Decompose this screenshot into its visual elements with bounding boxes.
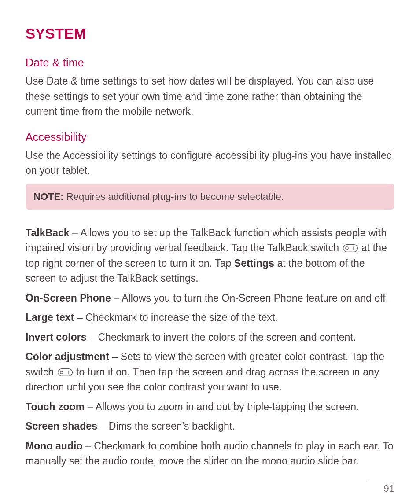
feature-color-adjustment: Color adjustment – Sets to view the scre… [26, 349, 394, 395]
feature-invert-colors: Invert colors – Checkmark to invert the … [26, 330, 394, 345]
feature-text-talkback-1: – Allows you to set up the TalkBack func… [26, 227, 387, 254]
toggle-switch-icon [58, 368, 73, 376]
body-accessibility: Use the Accessibility settings to config… [26, 148, 394, 178]
heading-accessibility: Accessibility [26, 131, 394, 143]
section-title-system: SYSTEM [26, 26, 394, 42]
feature-name-screen-shades: Screen shades [26, 420, 97, 432]
feature-name-large-text: Large text [26, 312, 74, 323]
feature-mono-audio: Mono audio – Checkmark to combine both a… [26, 438, 394, 469]
feature-talkback: TalkBack – Allows you to set up the Talk… [26, 225, 394, 286]
section-accessibility: Accessibility Use the Accessibility sett… [26, 131, 394, 210]
note-box: NOTE: Requires additional plug-ins to be… [26, 184, 394, 210]
feature-name-invert-colors: Invert colors [26, 331, 87, 343]
heading-date-time: Date & time [26, 56, 394, 69]
feature-name-touch-zoom: Touch zoom [26, 401, 85, 412]
feature-large-text: Large text – Checkmark to increase the s… [26, 310, 394, 325]
feature-text-touch-zoom: – Allows you to zoom in and out by tripl… [85, 401, 359, 412]
feature-name-color-adjustment: Color adjustment [26, 351, 109, 362]
toggle-switch-icon [343, 244, 358, 252]
feature-onscreen-phone: On-Screen Phone – Allows you to turn the… [26, 291, 394, 306]
page-number: 91 [368, 479, 394, 494]
feature-touch-zoom: Touch zoom – Allows you to zoom in and o… [26, 399, 394, 415]
feature-text-color-adjustment-2: to turn it on. Then tap the screen and d… [26, 366, 379, 393]
section-date-time: Date & time Use Date & time settings to … [26, 56, 394, 119]
feature-screen-shades: Screen shades – Dims the screen's backli… [26, 419, 394, 434]
settings-word: Settings [234, 258, 274, 269]
feature-text-invert-colors: – Checkmark to invert the colors of the … [87, 331, 356, 343]
feature-text-screen-shades: – Dims the screen's backlight. [97, 420, 235, 432]
note-label: NOTE: [33, 191, 64, 202]
manual-page: SYSTEM Date & time Use Date & time setti… [0, 0, 420, 504]
feature-name-mono-audio: Mono audio [26, 440, 83, 452]
feature-text-large-text: – Checkmark to increase the size of the … [74, 312, 278, 323]
feature-text-onscreen-phone: – Allows you to turn the On-Screen Phone… [111, 292, 388, 304]
feature-name-onscreen-phone: On-Screen Phone [26, 292, 111, 304]
feature-name-talkback: TalkBack [26, 227, 70, 239]
body-date-time: Use Date & time settings to set how date… [26, 74, 394, 119]
note-body: Requires additional plug-ins to become s… [64, 191, 284, 202]
